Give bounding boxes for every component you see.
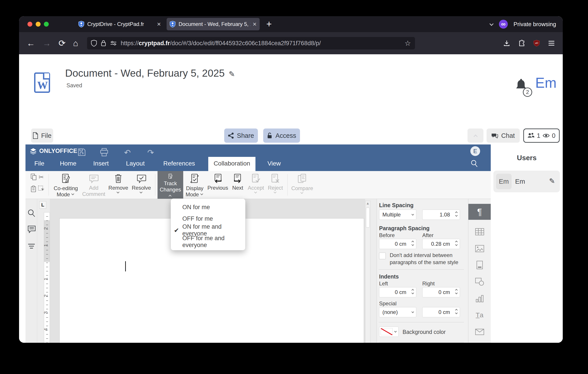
spinner-down-icon[interactable] bbox=[412, 292, 414, 294]
redo-icon[interactable]: ↷ bbox=[147, 148, 154, 157]
user-list-item[interactable]: Em Em ✎ bbox=[494, 171, 560, 192]
shape-settings-tab[interactable] bbox=[468, 274, 491, 290]
dropdown-item-on-for-everyone[interactable]: ✔ON for me and everyone bbox=[171, 224, 245, 236]
special-indent-input[interactable]: 0 cm bbox=[422, 307, 460, 317]
document-title[interactable]: Document - Wed, February 5, 2025✎ bbox=[65, 67, 235, 79]
line-spacing-select[interactable]: Multiple bbox=[379, 210, 416, 220]
previous-change-button[interactable]: Previous bbox=[206, 171, 229, 199]
spacing-before-input[interactable]: 0 cm bbox=[379, 239, 416, 249]
indent-right-input[interactable]: 0 cm bbox=[422, 287, 460, 297]
undo-icon[interactable]: ↶ bbox=[124, 148, 131, 157]
menu-tab-references[interactable]: References bbox=[158, 157, 200, 171]
access-button[interactable]: Access bbox=[263, 128, 300, 143]
notifications-button[interactable]: 2 bbox=[515, 79, 531, 96]
spinner-down-icon[interactable] bbox=[455, 312, 458, 314]
close-tab-icon[interactable]: × bbox=[252, 20, 257, 28]
menu-tab-layout[interactable]: Layout bbox=[121, 157, 150, 171]
spinner-up-icon[interactable] bbox=[412, 289, 414, 291]
vertical-scroll-thumb[interactable] bbox=[366, 208, 369, 228]
extensions-icon[interactable] bbox=[518, 40, 525, 47]
menu-tab-collaboration[interactable]: Collaboration bbox=[208, 157, 255, 171]
compare-button[interactable]: Compare bbox=[290, 171, 315, 199]
copy-icon[interactable] bbox=[31, 174, 37, 180]
menu-hamburger-icon[interactable] bbox=[548, 41, 555, 46]
menu-tab-view[interactable]: View bbox=[262, 157, 286, 171]
find-icon[interactable] bbox=[28, 209, 35, 217]
spinner-up-icon[interactable] bbox=[455, 240, 458, 242]
reload-icon[interactable]: ⟳ bbox=[59, 38, 66, 48]
spacing-after-input[interactable]: 0.28 cm bbox=[422, 239, 460, 249]
back-icon[interactable]: ← bbox=[27, 39, 35, 48]
shield-icon[interactable] bbox=[91, 40, 97, 47]
url-bar[interactable]: https://cryptpad.fr/doc/#/3/doc/edit/ff0… bbox=[87, 37, 415, 49]
save-icon[interactable] bbox=[78, 148, 86, 156]
edit-user-pencil-icon[interactable]: ✎ bbox=[549, 177, 555, 185]
next-change-button[interactable]: Next bbox=[229, 171, 246, 199]
dropdown-item-off-for-everyone[interactable]: OFF for me and everyone bbox=[171, 236, 245, 248]
track-changes-button[interactable]: TrackChanges bbox=[158, 171, 183, 199]
downloads-icon[interactable] bbox=[503, 40, 510, 47]
reject-change-button[interactable]: Reject bbox=[266, 171, 285, 199]
edit-title-pencil-icon[interactable]: ✎ bbox=[229, 70, 235, 78]
spinner-down-icon[interactable] bbox=[455, 215, 458, 217]
spinner-up-icon[interactable] bbox=[455, 309, 458, 311]
accept-change-button[interactable]: Accept bbox=[246, 171, 266, 199]
background-color-swatch[interactable] bbox=[379, 327, 399, 337]
session-users-indicator[interactable]: 1 0 bbox=[523, 128, 560, 143]
tab-stop-selector[interactable]: L bbox=[39, 201, 46, 209]
dropdown-item-off-for-me[interactable]: OFF for me bbox=[171, 213, 245, 224]
ublock-icon[interactable]: uO bbox=[534, 40, 540, 47]
resolve-comment-button[interactable]: Resolve bbox=[130, 171, 153, 199]
spinner-up-icon[interactable] bbox=[412, 240, 414, 242]
close-window-button[interactable] bbox=[28, 22, 32, 27]
spinner-down-icon[interactable] bbox=[455, 244, 458, 246]
dropdown-item-on-for-me[interactable]: ON for me bbox=[171, 201, 245, 213]
spinner-down-icon[interactable] bbox=[455, 292, 458, 294]
editor-search-icon[interactable] bbox=[470, 159, 478, 167]
spinner-up-icon[interactable] bbox=[455, 211, 458, 213]
menu-tab-home[interactable]: Home bbox=[54, 157, 82, 171]
coediting-mode-button[interactable]: Co-editingMode bbox=[51, 171, 81, 199]
fullscreen-window-button[interactable] bbox=[44, 22, 49, 27]
add-comment-button[interactable]: AddComment bbox=[81, 171, 107, 199]
paragraph-settings-tab[interactable]: ¶ bbox=[468, 204, 491, 220]
paste-icon[interactable] bbox=[31, 186, 37, 192]
new-tab-button[interactable]: + bbox=[266, 19, 272, 30]
collapse-toolbar-button[interactable] bbox=[467, 128, 483, 143]
text-art-settings-tab[interactable]: T̲a bbox=[468, 307, 491, 323]
navigation-headings-icon[interactable] bbox=[28, 243, 36, 249]
vertical-ruler[interactable]: 21123456 bbox=[44, 212, 50, 343]
cut-icon[interactable]: ✂ bbox=[39, 174, 44, 181]
menu-tab-insert[interactable]: Insert bbox=[88, 157, 114, 171]
line-spacing-value-input[interactable]: 1.08 bbox=[422, 210, 460, 220]
special-indent-select[interactable]: (none) bbox=[379, 307, 416, 317]
table-settings-tab[interactable] bbox=[468, 224, 491, 240]
account-avatar[interactable]: Em bbox=[535, 75, 556, 91]
display-mode-button[interactable]: DisplayMode bbox=[183, 171, 206, 199]
header-footer-settings-tab[interactable] bbox=[468, 257, 491, 273]
vertical-scrollbar[interactable]: ▲ ▼ bbox=[365, 201, 370, 343]
tab-cryptdrive[interactable]: CryptDrive - CryptPad.fr × bbox=[75, 18, 164, 30]
close-tab-icon[interactable]: × bbox=[157, 20, 161, 28]
chat-button[interactable]: Chat bbox=[486, 128, 520, 143]
spinner-down-icon[interactable] bbox=[412, 244, 414, 246]
print-icon[interactable] bbox=[100, 148, 109, 156]
list-tabs-chevron-icon[interactable] bbox=[490, 22, 493, 26]
scroll-up-icon[interactable]: ▲ bbox=[366, 201, 370, 205]
comments-panel-icon[interactable] bbox=[28, 226, 36, 233]
forward-icon[interactable]: → bbox=[42, 39, 51, 48]
remove-comment-button[interactable]: Remove bbox=[107, 171, 130, 199]
file-menu-button[interactable]: File bbox=[31, 128, 53, 143]
indent-left-input[interactable]: 0 cm bbox=[379, 287, 416, 297]
no-interval-checkbox[interactable] bbox=[379, 253, 386, 259]
bookmark-star-icon[interactable]: ☆ bbox=[405, 39, 411, 47]
share-button[interactable]: Share bbox=[224, 128, 258, 143]
tab-document[interactable]: Document - Wed, February 5, 2025 × bbox=[167, 18, 260, 30]
editor-user-avatar[interactable]: E bbox=[470, 146, 480, 156]
permissions-icon[interactable] bbox=[110, 40, 117, 46]
minimize-window-button[interactable] bbox=[36, 22, 41, 27]
spinner-up-icon[interactable] bbox=[455, 289, 458, 291]
image-settings-tab[interactable] bbox=[468, 241, 491, 257]
lock-icon[interactable] bbox=[101, 40, 106, 47]
select-all-icon[interactable] bbox=[38, 186, 44, 192]
